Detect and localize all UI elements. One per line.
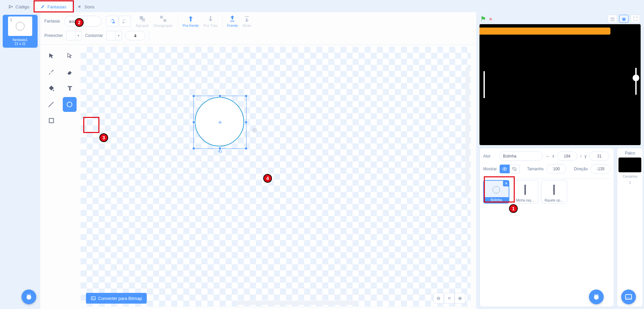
svg-rect-9 xyxy=(49,119,53,123)
paint-tools xyxy=(40,45,81,309)
paintbrush-icon xyxy=(48,69,55,76)
reshape-tool[interactable] xyxy=(63,49,77,63)
y-input[interactable] xyxy=(589,151,609,161)
selected-shape[interactable]: ✢ ⟲ xyxy=(195,97,245,147)
left-paddle xyxy=(484,71,485,98)
svg-rect-2 xyxy=(11,6,13,7)
zoom-reset-button[interactable]: = xyxy=(444,293,455,304)
front-label[interactable]: Frente xyxy=(227,24,238,28)
svg-rect-1 xyxy=(9,7,10,8)
rotate-handle-icon[interactable]: ⟲ xyxy=(218,149,222,154)
stage-thumb[interactable] xyxy=(618,158,641,172)
stage-title: Palco xyxy=(625,151,635,156)
code-icon xyxy=(8,4,13,9)
sprite-card-label: Minha raq… xyxy=(512,197,538,203)
hidden-button[interactable] xyxy=(510,165,520,173)
svg-point-14 xyxy=(594,295,599,300)
outline-width-input[interactable] xyxy=(125,31,145,40)
outline-color-dropdown[interactable]: ▾ xyxy=(116,31,122,40)
sound-icon xyxy=(77,4,83,9)
y-label: y xyxy=(585,154,587,159)
add-backdrop-fab[interactable] xyxy=(621,290,636,304)
costume-name-input[interactable] xyxy=(64,16,101,27)
x-label: x xyxy=(552,154,554,159)
sprite-name-input[interactable] xyxy=(499,151,543,161)
outline-color-swatch[interactable] xyxy=(106,31,116,40)
large-stage-button[interactable]: ▣ xyxy=(619,15,629,23)
tab-code[interactable]: Código xyxy=(3,1,35,12)
eraser-tool[interactable] xyxy=(63,65,77,80)
sprite-card-label: Rquete op… xyxy=(541,197,567,203)
ball-sprite xyxy=(633,75,639,81)
ungroup-label: Desagrupar xyxy=(153,24,173,28)
fill-color-swatch[interactable] xyxy=(66,31,76,40)
right-paddle xyxy=(635,68,637,95)
direction-input[interactable] xyxy=(590,164,610,174)
fill-color-dropdown[interactable]: ▾ xyxy=(76,31,82,40)
eye-icon xyxy=(502,166,507,172)
ator-label: Ator xyxy=(483,154,497,159)
costume-name: fantasia1 xyxy=(13,37,28,42)
show-label: Mostrar xyxy=(483,167,497,171)
tab-costumes-label: Fantasias xyxy=(47,4,66,9)
costume-name-label: Fantasia xyxy=(44,19,60,24)
small-stage-button[interactable]: ◫ xyxy=(608,15,617,23)
text-icon xyxy=(66,85,74,92)
sprites-list: ✕ Bolinha Minha raq… Rquete op… xyxy=(483,178,610,204)
stop-icon[interactable]: ● xyxy=(489,15,493,23)
tab-sounds[interactable]: Sons xyxy=(72,1,100,12)
brush-icon xyxy=(40,4,45,9)
undo-button[interactable] xyxy=(106,16,118,27)
fill-tool[interactable] xyxy=(44,81,58,96)
size-input[interactable] xyxy=(546,164,566,174)
line-icon xyxy=(47,101,55,108)
ungroup-icon xyxy=(159,15,167,23)
back-label: Atrás xyxy=(242,24,251,28)
stage-panel: Palco Cenários 1 xyxy=(617,148,643,307)
add-sprite-fab[interactable] xyxy=(589,290,604,304)
x-input[interactable] xyxy=(557,151,577,161)
delete-sprite-button[interactable]: ✕ xyxy=(503,180,509,186)
cursor-icon xyxy=(48,52,55,60)
zoom-in-button[interactable]: ⊕ xyxy=(455,293,465,304)
redo-icon xyxy=(121,17,129,25)
square-icon xyxy=(48,117,55,124)
zoom-out-button[interactable]: ⊖ xyxy=(433,293,444,304)
fullscreen-button[interactable]: ⛶ xyxy=(631,15,640,23)
tab-costumes[interactable]: Fantasias xyxy=(35,1,72,12)
canvas[interactable]: ✢ ⟲ ⊕ Converter para Bitmap ⊖ = xyxy=(81,47,471,307)
tab-code-label: Código xyxy=(15,4,29,9)
cat-icon xyxy=(592,293,600,301)
outline-label: Contornar xyxy=(85,33,103,38)
backward-label: Pra Trás xyxy=(203,24,218,28)
add-costume-fab[interactable] xyxy=(21,290,36,304)
svg-point-8 xyxy=(67,102,72,107)
backdrops-count: 1 xyxy=(629,180,631,184)
brush-tool[interactable] xyxy=(44,65,58,80)
direction-label: Direção xyxy=(574,167,588,171)
sprite-card[interactable]: Rquete op… xyxy=(541,180,567,204)
backward-icon xyxy=(206,15,215,23)
sprite-card[interactable]: Minha raq… xyxy=(512,180,538,204)
image-icon xyxy=(91,296,96,301)
svg-point-13 xyxy=(27,295,31,300)
landscape-icon xyxy=(625,293,633,301)
stage-preview[interactable]: 0 0 xyxy=(479,24,641,145)
sprite-card[interactable]: ✕ Bolinha xyxy=(483,180,509,204)
costume-thumb[interactable]: 1 fantasia1 21 x 21 xyxy=(3,15,38,48)
rect-tool[interactable] xyxy=(44,113,58,128)
front-icon xyxy=(228,15,236,23)
svg-rect-6 xyxy=(164,19,166,22)
select-tool[interactable] xyxy=(44,49,58,63)
redo-button[interactable] xyxy=(119,16,131,27)
forward-label[interactable]: Pra frente xyxy=(183,24,199,28)
visible-button[interactable] xyxy=(500,165,510,173)
forward-icon xyxy=(187,15,195,23)
line-tool[interactable] xyxy=(44,97,58,112)
circle-tool[interactable] xyxy=(63,97,77,112)
convert-bitmap-button[interactable]: Converter para Bitmap xyxy=(86,293,147,304)
green-flag-icon[interactable]: ⚑ xyxy=(480,15,486,23)
text-tool[interactable] xyxy=(63,81,77,96)
canvas-vscroll[interactable] xyxy=(465,67,469,194)
svg-rect-4 xyxy=(142,18,145,21)
